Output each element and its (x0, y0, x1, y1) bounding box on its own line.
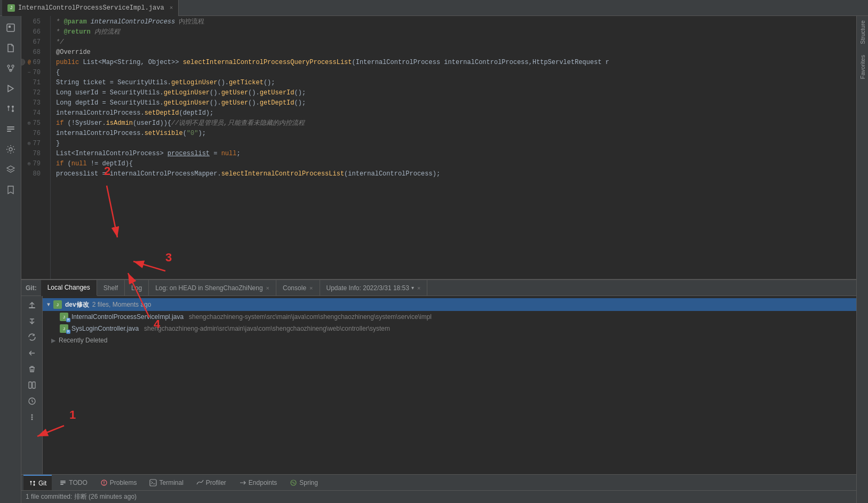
line-numbers-gutter: 65 66 67 68 ⚫ @ 69 − 70 71 72 73 74 ⊕ (21, 16, 51, 279)
git-label: Git: (26, 284, 41, 292)
svg-point-8 (12, 106, 14, 108)
recently-deleted-label: Recently Deleted (59, 337, 107, 344)
git-tab-dropdown-icon[interactable]: ▾ (411, 285, 414, 291)
git-file-path-2: shengchaozhineng-admin\src\main\java\com… (144, 325, 390, 332)
git-delete-icon[interactable] (25, 362, 39, 376)
svg-point-7 (12, 110, 14, 112)
editor-tab-label: InternalControlProcessServiceImpl.java (18, 4, 164, 12)
bottom-tab-spring-label: Spring (299, 479, 318, 486)
git-file-path-1: shengchaozhineng-system\src\main\java\co… (189, 313, 432, 321)
git-tab-shelf[interactable]: Shelf (97, 280, 125, 296)
svg-point-20 (30, 481, 32, 482)
todo-bottom-icon (59, 479, 67, 486)
git-refresh-icon[interactable] (25, 330, 39, 344)
bottom-tab-endpoints[interactable]: Endpoints (234, 475, 282, 491)
git-revert-icon[interactable] (25, 346, 39, 360)
project-icon[interactable] (1, 18, 20, 37)
svg-rect-1 (9, 26, 11, 28)
svg-rect-11 (7, 131, 11, 132)
code-line-68: @Override (51, 47, 856, 58)
git-file-icon-2: J (60, 324, 68, 333)
git-file-item-1[interactable]: J InternalControlProcessServiceImpl.java… (43, 311, 856, 323)
bottom-tab-profiler[interactable]: Profiler (191, 475, 232, 491)
bookmark-icon[interactable] (1, 180, 20, 199)
git-file-name-2: SysLoginController.java (71, 325, 139, 332)
code-line-70: { (51, 68, 856, 78)
todo-icon[interactable] (1, 119, 20, 139)
git-fetch-icon[interactable] (25, 314, 39, 328)
layers-icon[interactable] (1, 160, 20, 179)
git-tab-log-head[interactable]: Log: on HEAD in ShengChaoZhiNeng × (149, 280, 276, 296)
code-line-65: * @param internalControlProcess 内控流程 (51, 17, 856, 27)
code-line-69: public List<Map<String, Object>> selectI… (51, 58, 856, 68)
changelist-name: dev修改 (65, 300, 89, 309)
git-bottom-icon (29, 480, 36, 487)
status-bar-text: 1 file committed: 排断 (26 minutes ago) (26, 492, 137, 501)
code-text-area[interactable]: * @param internalControlProcess 内控流程 * @… (51, 16, 856, 279)
editor-tab-bar: J InternalControlProcessServiceImpl.java… (0, 0, 868, 16)
git-file-list: ▼ J dev修改 2 files, Moments ago J Interna… (43, 296, 856, 474)
svg-point-6 (7, 106, 10, 108)
settings-icon[interactable] (1, 140, 20, 159)
svg-rect-24 (60, 482, 66, 483)
spring-bottom-icon (290, 479, 297, 486)
profiler-bottom-icon (196, 479, 204, 486)
git-file-name-1: InternalControlProcessServiceImpl.java (71, 313, 184, 321)
status-bar: 1 file committed: 排断 (26 minutes ago) (21, 490, 856, 503)
svg-point-17 (31, 414, 33, 416)
git-menu-icon[interactable] (25, 410, 39, 424)
problems-bottom-icon (100, 479, 108, 486)
git-diff-icon[interactable] (25, 378, 39, 392)
svg-rect-15 (33, 382, 35, 388)
svg-point-3 (12, 65, 14, 67)
changelist-icon: J (53, 300, 62, 309)
code-line-76: internalControlProcess.setVisible("0"); (51, 129, 856, 139)
git-tab-local-changes[interactable]: Local Changes (41, 280, 97, 296)
structure-label[interactable]: Structure (859, 20, 866, 44)
git-tab-update-info[interactable]: Update Info: 2022/3/31 18:53 ▾ × (320, 280, 428, 296)
editor-tab-close[interactable]: × (170, 5, 173, 11)
git-history-icon[interactable] (25, 394, 39, 408)
bottom-tab-endpoints-label: Endpoints (249, 479, 277, 486)
svg-rect-13 (29, 307, 35, 308)
git-file-item-2[interactable]: J SysLoginController.java shengchaozhine… (43, 323, 856, 334)
file-icon[interactable] (1, 38, 20, 58)
git-tab-log[interactable]: Log (125, 280, 149, 296)
svg-point-22 (34, 481, 35, 482)
svg-rect-10 (7, 129, 14, 130)
bottom-tab-terminal[interactable]: Terminal (144, 475, 188, 491)
changelist-meta: 2 files, Moments ago (92, 301, 152, 308)
bottom-tab-profiler-label: Profiler (206, 479, 226, 486)
git-icon[interactable] (1, 99, 20, 118)
recently-deleted-section[interactable]: ▶ Recently Deleted (43, 334, 856, 346)
svg-rect-14 (29, 382, 31, 388)
favorites-label[interactable]: Favorites (859, 55, 866, 79)
git-changelist-header[interactable]: ▼ J dev修改 2 files, Moments ago (43, 298, 856, 311)
code-editor: 65 66 67 68 ⚫ @ 69 − 70 71 72 73 74 ⊕ (21, 16, 856, 279)
bottom-tab-todo-label: TODO (69, 479, 87, 486)
git-content-area: ▼ J dev修改 2 files, Moments ago J Interna… (21, 296, 856, 474)
svg-point-19 (31, 419, 33, 420)
git-tab-bar: Git: Local Changes Shelf Log Log: on HEA… (21, 280, 856, 296)
git-tab-console[interactable]: Console × (276, 280, 320, 296)
editor-tab-active[interactable]: J InternalControlProcessServiceImpl.java… (2, 0, 179, 16)
svg-rect-9 (7, 126, 14, 127)
git-push-icon[interactable] (25, 298, 39, 312)
bottom-tab-problems[interactable]: Problems (95, 475, 142, 491)
bottom-tab-problems-label: Problems (110, 479, 137, 486)
code-line-78: List<InternalControlProcess> processlist… (51, 149, 856, 159)
git-tab-log-head-close[interactable]: × (266, 285, 269, 291)
bottom-tab-terminal-label: Terminal (159, 479, 183, 486)
git-tab-console-close[interactable]: × (309, 285, 313, 291)
bottom-tabs: Git TODO Problems (21, 474, 856, 490)
vcs-icon[interactable] (1, 59, 20, 78)
debug-icon[interactable] (1, 79, 20, 98)
bottom-tab-git[interactable]: Git (23, 475, 52, 491)
code-line-77: } (51, 139, 856, 149)
endpoints-bottom-icon (239, 479, 246, 486)
bottom-tab-todo[interactable]: TODO (54, 475, 92, 491)
git-tab-update-info-close[interactable]: × (417, 285, 420, 291)
bottom-tab-spring[interactable]: Spring (284, 475, 323, 491)
code-line-72: Long userId = SecurityUtils.getLoginUser… (51, 88, 856, 98)
code-line-73: Long deptId = SecurityUtils.getLoginUser… (51, 98, 856, 108)
